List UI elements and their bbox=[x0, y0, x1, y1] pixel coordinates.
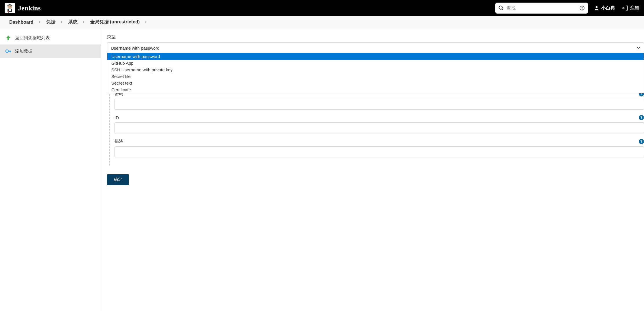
svg-point-4 bbox=[10, 6, 11, 7]
logout-link[interactable]: 注销 bbox=[622, 5, 639, 11]
search-icon bbox=[498, 5, 504, 11]
svg-rect-14 bbox=[9, 51, 10, 52]
help-icon[interactable]: ? bbox=[639, 139, 644, 144]
svg-rect-2 bbox=[9, 9, 11, 11]
id-group: ID ? bbox=[115, 115, 644, 133]
jenkins-logo-icon bbox=[5, 3, 15, 13]
type-label: 类型 bbox=[107, 34, 644, 40]
chevron-right-icon bbox=[143, 20, 149, 24]
breadcrumb-global[interactable]: 全局凭据 (unrestricted) bbox=[88, 18, 142, 26]
search-input[interactable] bbox=[506, 5, 577, 11]
svg-point-11 bbox=[6, 50, 8, 52]
sidebar-item-add-credentials[interactable]: 添加凭据 bbox=[0, 44, 101, 58]
logout-icon bbox=[622, 5, 628, 11]
password-group: 密码 ? bbox=[115, 91, 644, 110]
dropdown-option-github-app[interactable]: GitHub App bbox=[107, 60, 644, 66]
header: Jenkins 小白典 注销 bbox=[0, 0, 644, 16]
svg-point-10 bbox=[596, 6, 598, 8]
sidebar-item-label: 返回到凭据域列表 bbox=[15, 35, 50, 41]
breadcrumb-credentials[interactable]: 凭据 bbox=[44, 18, 58, 26]
sidebar-item-back[interactable]: 返回到凭据域列表 bbox=[0, 31, 101, 44]
svg-rect-5 bbox=[8, 11, 9, 13]
logo-text: Jenkins bbox=[18, 4, 41, 12]
content: 类型 Username with password Username with … bbox=[101, 28, 644, 311]
dropdown-option-secret-file[interactable]: Secret file bbox=[107, 73, 644, 80]
breadcrumb-system[interactable]: 系统 bbox=[66, 18, 80, 26]
password-input[interactable] bbox=[115, 99, 644, 110]
sidebar-item-label: 添加凭据 bbox=[15, 49, 32, 54]
help-circle-icon[interactable] bbox=[579, 5, 585, 11]
chevron-right-icon bbox=[59, 20, 65, 24]
svg-point-9 bbox=[582, 9, 582, 10]
logout-label: 注销 bbox=[630, 5, 639, 11]
search-box[interactable] bbox=[495, 3, 588, 14]
arrow-up-icon bbox=[5, 35, 12, 41]
chevron-right-icon bbox=[37, 20, 43, 24]
svg-point-6 bbox=[499, 6, 503, 10]
username-label: 小白典 bbox=[601, 5, 615, 11]
help-icon[interactable]: ? bbox=[639, 115, 644, 120]
id-input[interactable] bbox=[115, 122, 644, 133]
svg-line-7 bbox=[502, 9, 503, 10]
dropdown-option-ssh[interactable]: SSH Username with private key bbox=[107, 66, 644, 73]
dropdown-option-certificate[interactable]: Certificate bbox=[107, 86, 644, 93]
sidebar: 返回到凭据域列表 添加凭据 bbox=[0, 28, 101, 311]
description-group: 描述 ? bbox=[115, 139, 644, 157]
dropdown-option-secret-text[interactable]: Secret text bbox=[107, 80, 644, 86]
logo[interactable]: Jenkins bbox=[5, 3, 41, 13]
svg-point-3 bbox=[9, 6, 10, 7]
svg-rect-13 bbox=[10, 51, 11, 53]
breadcrumb: Dashboard 凭据 系统 全局凭据 (unrestricted) bbox=[0, 16, 644, 28]
user-icon bbox=[594, 5, 599, 11]
type-select[interactable]: Username with password bbox=[107, 42, 644, 53]
submit-button[interactable]: 确定 bbox=[107, 174, 129, 185]
type-dropdown: Username with password GitHub App SSH Us… bbox=[107, 53, 644, 93]
description-label: 描述 bbox=[115, 139, 123, 144]
chevron-right-icon bbox=[81, 20, 87, 24]
description-input[interactable] bbox=[115, 146, 644, 157]
dropdown-option-username-password[interactable]: Username with password bbox=[107, 53, 644, 60]
id-label: ID bbox=[115, 115, 119, 120]
type-selected-value: Username with password bbox=[111, 46, 159, 51]
breadcrumb-dashboard[interactable]: Dashboard bbox=[7, 18, 36, 26]
key-icon bbox=[5, 48, 12, 54]
chevron-down-icon bbox=[637, 46, 640, 50]
user-link[interactable]: 小白典 bbox=[594, 5, 615, 11]
